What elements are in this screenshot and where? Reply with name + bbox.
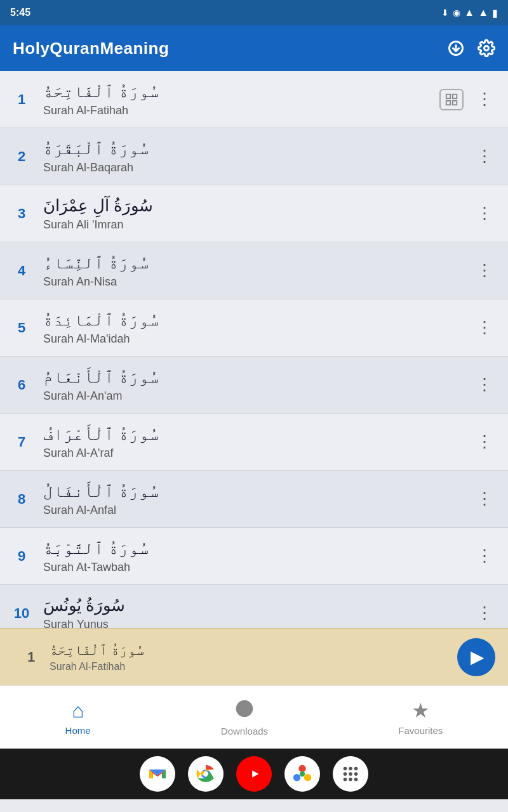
signal-icon: ▲	[478, 7, 488, 18]
svg-point-20	[354, 772, 358, 776]
status-time: 5:45	[10, 7, 30, 18]
surah-arabic-6: سُورَةُ ٱلْأَنْعَامُ	[43, 367, 471, 387]
surah-row-9[interactable]: 9 سُورَةُ ٱلتَّوْبَةُ Surah At-Tawbah ⋮	[0, 528, 508, 585]
surah-english-2: Surah Al-Baqarah	[43, 161, 471, 174]
svg-point-12	[304, 774, 311, 781]
surah-info-10: سُورَةُ يُونُسَ Surah Yunus	[43, 596, 471, 629]
surah-row-4[interactable]: 4 سُورَةُ ٱلنِّسَاءُ Surah An-Nisa ⋮	[0, 242, 508, 299]
now-playing-bar: 1 سُورَةُ ٱلْفَاتِحَةُ Surah Al-Fatihah …	[0, 628, 508, 685]
surah-info-5: سُورَةُ ٱلْمَائِدَةُ Surah Al-Ma'idah	[43, 310, 471, 346]
battery-icon: ▮	[492, 7, 498, 19]
surah-row-2[interactable]: 2 سُورَةُ ٱلْبَقَرَةُ Surah Al-Baqarah ⋮	[0, 128, 508, 185]
download-header-button[interactable]	[447, 39, 465, 57]
more-button-8[interactable]: ⋮	[471, 487, 498, 511]
app-title: HolyQuranMeaning	[13, 39, 169, 58]
surah-row-7[interactable]: 7 سُورَةُ ٱلْأَعْرَافُ Surah Al-A'raf ⋮	[0, 414, 508, 471]
surah-english-3: Surah Ali 'Imran	[43, 218, 471, 232]
home-label: Home	[65, 725, 91, 736]
svg-point-19	[349, 772, 352, 776]
surah-number-1: 1	[0, 91, 43, 108]
surah-info-4: سُورَةُ ٱلنِّسَاءُ Surah An-Nisa	[43, 253, 471, 289]
more-button-2[interactable]: ⋮	[471, 144, 498, 169]
nav-home[interactable]: ⌂ Home	[53, 694, 104, 741]
now-playing-english: Surah Al-Fatihah	[50, 661, 457, 672]
downloads-icon	[234, 698, 255, 723]
surah-english-9: Surah At-Tawbah	[43, 561, 471, 574]
surah-row-6[interactable]: 6 سُورَةُ ٱلْأَنْعَامُ Surah Al-An'am ⋮	[0, 357, 508, 414]
more-button-6[interactable]: ⋮	[471, 372, 498, 397]
settings-button[interactable]	[478, 39, 495, 57]
surah-arabic-5: سُورَةُ ٱلْمَائِدَةُ	[43, 310, 471, 330]
more-button-5[interactable]: ⋮	[471, 315, 498, 340]
surah-number-8: 8	[0, 491, 43, 508]
svg-point-13	[293, 774, 300, 781]
surah-info-1: سُورَةُ ٱلْفَاتِحَةُ Surah Al-Fatihah	[43, 82, 439, 117]
surah-list: 1 سُورَةُ ٱلْفَاتِحَةُ Surah Al-Fatihah …	[0, 71, 508, 628]
surah-arabic-4: سُورَةُ ٱلنِّسَاءُ	[43, 253, 471, 273]
svg-point-21	[344, 778, 347, 782]
more-button-9[interactable]: ⋮	[471, 544, 498, 568]
svg-point-15	[344, 767, 347, 771]
status-bar: 5:45 ⬇ ◉ ▲ ▲ ▮	[0, 0, 508, 25]
download-status-icon: ⬇	[441, 8, 449, 18]
surah-arabic-2: سُورَةُ ٱلْبَقَرَةُ	[43, 139, 471, 159]
svg-rect-4	[453, 94, 457, 98]
header-actions	[447, 39, 495, 57]
surah-actions-5: ⋮	[471, 315, 508, 340]
surah-arabic-3: سُورَةُ آلِ عِمْرَانَ	[43, 196, 471, 216]
favourites-label: Favourites	[398, 725, 443, 736]
youtube-icon[interactable]	[236, 756, 272, 792]
surah-english-1: Surah Al-Fatihah	[43, 104, 439, 117]
surah-english-10: Surah Yunus	[43, 618, 471, 629]
gmail-icon[interactable]	[140, 756, 175, 792]
surah-number-5: 5	[0, 320, 43, 336]
svg-point-2	[485, 46, 489, 51]
surah-number-2: 2	[0, 148, 43, 165]
surah-english-4: Surah An-Nisa	[43, 275, 471, 289]
svg-point-22	[349, 778, 352, 782]
more-button-7[interactable]: ⋮	[471, 429, 498, 454]
play-button[interactable]: ▶	[457, 638, 495, 676]
surah-row-1[interactable]: 1 سُورَةُ ٱلْفَاتِحَةُ Surah Al-Fatihah …	[0, 71, 508, 128]
surah-english-5: Surah Al-Ma'idah	[43, 332, 471, 346]
surah-english-8: Surah Al-Anfal	[43, 504, 471, 517]
surah-number-6: 6	[0, 377, 43, 393]
surah-info-6: سُورَةُ ٱلْأَنْعَامُ Surah Al-An'am	[43, 367, 471, 403]
surah-english-7: Surah Al-A'raf	[43, 447, 471, 460]
surah-row-3[interactable]: 3 سُورَةُ آلِ عِمْرَانَ Surah Ali 'Imran…	[0, 185, 508, 242]
nav-downloads[interactable]: Downloads	[208, 693, 281, 742]
surah-info-9: سُورَةُ ٱلتَّوْبَةُ Surah At-Tawbah	[43, 539, 471, 574]
surah-arabic-10: سُورَةُ يُونُسَ	[43, 596, 471, 615]
chrome-icon[interactable]	[188, 756, 224, 792]
surah-actions-7: ⋮	[471, 429, 508, 454]
surah-number-9: 9	[0, 548, 43, 565]
photos-icon[interactable]	[284, 756, 320, 792]
more-button-1[interactable]: ⋮	[471, 87, 498, 112]
extra-status-icon: ◉	[453, 8, 460, 18]
apps-icon[interactable]	[333, 756, 368, 792]
nav-favourites[interactable]: ★ Favourites	[385, 693, 455, 741]
svg-rect-3	[446, 94, 450, 98]
surah-actions-2: ⋮	[471, 144, 508, 169]
scan-button-1[interactable]	[439, 89, 464, 110]
surah-info-3: سُورَةُ آلِ عِمْرَانَ Surah Ali 'Imran	[43, 196, 471, 232]
surah-row-8[interactable]: 8 سُورَةُ ٱلْأَنفَالُ Surah Al-Anfal ⋮	[0, 471, 508, 528]
svg-point-23	[354, 778, 358, 782]
surah-info-2: سُورَةُ ٱلْبَقَرَةُ Surah Al-Baqarah	[43, 139, 471, 174]
status-icons: ⬇ ◉ ▲ ▲ ▮	[441, 7, 498, 19]
surah-actions-1: ⋮	[439, 87, 508, 112]
more-button-4[interactable]: ⋮	[471, 258, 498, 283]
surah-row-10[interactable]: 10 سُورَةُ يُونُسَ Surah Yunus ⋮	[0, 585, 508, 628]
surah-actions-10: ⋮	[471, 601, 508, 625]
surah-actions-4: ⋮	[471, 258, 508, 283]
wifi-icon: ▲	[464, 7, 474, 18]
svg-rect-5	[446, 100, 450, 104]
favourites-icon: ★	[411, 698, 430, 723]
surah-arabic-1: سُورَةُ ٱلْفَاتِحَةُ	[43, 82, 439, 102]
more-button-10[interactable]: ⋮	[471, 601, 498, 625]
now-playing-number: 1	[13, 649, 50, 665]
more-button-3[interactable]: ⋮	[471, 201, 498, 226]
surah-number-3: 3	[0, 206, 43, 222]
surah-row-5[interactable]: 5 سُورَةُ ٱلْمَائِدَةُ Surah Al-Ma'idah …	[0, 299, 508, 357]
app-header: HolyQuranMeaning	[0, 25, 508, 71]
